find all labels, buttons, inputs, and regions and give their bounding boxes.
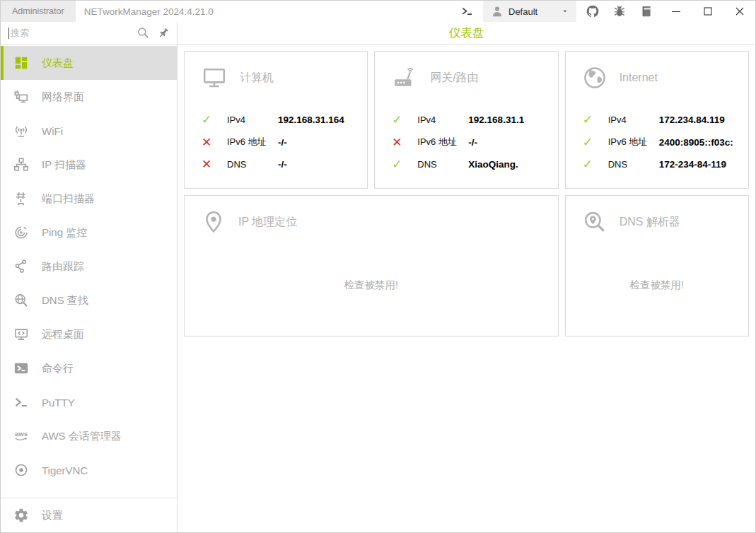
sidebar-item-ping-monitor[interactable]: Ping 监控 bbox=[1, 216, 177, 250]
ip-scanner-icon bbox=[13, 156, 30, 173]
status-row: ✕ DNS -/- bbox=[202, 153, 367, 176]
page-title: 仪表盘 bbox=[178, 22, 755, 45]
row-label: IPv6 地址 bbox=[608, 136, 659, 148]
dashboard-cards: 计算机 ✓ IPv4 192.168.31.164 ✕ IPv6 地址 -/- bbox=[178, 45, 755, 343]
cross-icon: ✕ bbox=[202, 158, 227, 170]
ping-monitor-icon bbox=[13, 224, 30, 241]
administrator-badge: Administrator bbox=[1, 1, 76, 22]
sidebar-item-wifi[interactable]: WiFi bbox=[1, 114, 177, 148]
profile-name: Default bbox=[508, 6, 557, 17]
person-icon bbox=[491, 5, 504, 18]
network-interface-icon bbox=[13, 88, 30, 105]
sidebar-item-label: 端口扫描器 bbox=[42, 192, 95, 206]
aws-icon: aws bbox=[13, 428, 30, 445]
status-row: ✕ IPv6 地址 -/- bbox=[202, 131, 367, 154]
powershell-icon bbox=[13, 360, 30, 377]
pin-icon[interactable] bbox=[157, 27, 170, 40]
status-row: ✓ IPv4 192.168.31.1 bbox=[392, 109, 557, 131]
sidebar-item-label: Ping 监控 bbox=[42, 226, 87, 240]
sidebar-item-label: AWS 会话管理器 bbox=[42, 430, 122, 443]
sidebar-item-label: TigerVNC bbox=[42, 464, 88, 476]
settings-label: 设置 bbox=[42, 509, 63, 522]
card-title: IP 地理定位 bbox=[238, 215, 297, 230]
run-command-button[interactable] bbox=[455, 1, 480, 22]
bug-icon bbox=[612, 4, 627, 18]
check-icon: ✓ bbox=[583, 114, 608, 126]
location-pin-icon bbox=[202, 210, 226, 234]
check-icon: ✓ bbox=[392, 158, 417, 170]
maximize-button[interactable] bbox=[692, 1, 723, 22]
sidebar-item-port-scanner[interactable]: 端口扫描器 bbox=[1, 182, 177, 216]
row-label: IPv4 bbox=[227, 115, 278, 125]
gear-icon bbox=[13, 507, 30, 524]
sidebar-item-label: 命令行 bbox=[42, 362, 74, 375]
putty-icon bbox=[13, 394, 30, 411]
row-label: IPv6 地址 bbox=[227, 136, 278, 148]
sidebar-item-settings[interactable]: 设置 bbox=[1, 498, 177, 532]
cross-icon: ✕ bbox=[202, 136, 227, 148]
window-title: NETworkManager 2024.4.21.0 bbox=[84, 6, 214, 17]
row-value: 192.168.31.164 bbox=[278, 115, 367, 125]
status-row: ✕ IPv6 地址 -/- bbox=[392, 131, 557, 154]
status-row: ✓ DNS XiaoQiang. bbox=[392, 153, 557, 176]
svg-text:aws: aws bbox=[15, 430, 28, 438]
sidebar-nav: 仪表盘 网络界面 WiFi bbox=[1, 45, 177, 498]
globe-icon bbox=[583, 66, 607, 90]
row-value: 192.168.31.1 bbox=[468, 115, 557, 125]
dns-lookup-icon bbox=[13, 292, 30, 309]
sidebar-item-web-console[interactable]: Web 控制台 bbox=[1, 487, 177, 498]
router-icon bbox=[392, 66, 417, 90]
sidebar-item-aws-session-manager[interactable]: aws AWS 会话管理器 bbox=[1, 419, 177, 453]
status-row: ✓ IPv4 192.168.31.164 bbox=[202, 109, 367, 131]
computer-card: 计算机 ✓ IPv4 192.168.31.164 ✕ IPv6 地址 -/- bbox=[184, 51, 368, 189]
sidebar-item-label: DNS 查找 bbox=[42, 294, 88, 308]
close-button[interactable] bbox=[723, 1, 755, 22]
sidebar-item-network-interface[interactable]: 网络界面 bbox=[1, 80, 177, 114]
github-button[interactable] bbox=[579, 1, 606, 22]
search-icon bbox=[136, 26, 150, 40]
profile-selector[interactable]: Default bbox=[483, 1, 576, 22]
dns-resolver-card: DNS 解析器 检查被禁用! bbox=[565, 195, 749, 336]
close-icon bbox=[731, 3, 748, 20]
dns-resolver-icon bbox=[583, 210, 607, 234]
row-label: IPv4 bbox=[417, 115, 468, 125]
remote-desktop-icon bbox=[13, 326, 30, 343]
wifi-icon bbox=[13, 122, 30, 139]
search-input[interactable]: 搜索 bbox=[1, 22, 177, 45]
sidebar: 搜索 仪表盘 网 bbox=[1, 22, 178, 532]
check-icon: ✓ bbox=[583, 158, 608, 170]
check-icon: ✓ bbox=[392, 114, 417, 126]
row-value: -/- bbox=[278, 137, 367, 148]
sidebar-item-powershell[interactable]: 命令行 bbox=[1, 351, 177, 385]
row-label: DNS bbox=[227, 159, 278, 170]
sidebar-item-traceroute[interactable]: 路由跟踪 bbox=[1, 250, 177, 283]
sidebar-item-dashboard[interactable]: 仪表盘 bbox=[1, 46, 177, 80]
sidebar-item-label: 路由跟踪 bbox=[42, 260, 84, 274]
sidebar-item-putty[interactable]: PuTTY bbox=[1, 385, 177, 419]
sidebar-item-dns-lookup[interactable]: DNS 查找 bbox=[1, 283, 177, 317]
row-value: -/- bbox=[278, 159, 367, 170]
row-label: IPv6 地址 bbox=[417, 136, 468, 148]
report-bug-button[interactable] bbox=[606, 1, 633, 22]
sidebar-item-label: 远程桌面 bbox=[42, 328, 84, 341]
sidebar-item-tigervnc[interactable]: TigerVNC bbox=[1, 453, 177, 487]
row-value: XiaoQiang. bbox=[468, 159, 557, 170]
row-value: 172.234.84.119 bbox=[659, 115, 748, 125]
card-title: Internet bbox=[620, 71, 658, 84]
content-area: 仪表盘 计算机 ✓ IPv4 192.168.31.164 bbox=[178, 22, 755, 532]
status-row: ✓ DNS 172-234-84-119 bbox=[583, 153, 748, 176]
card-title: 计算机 bbox=[240, 71, 274, 86]
row-value: -/- bbox=[468, 137, 557, 148]
minimize-icon bbox=[668, 3, 685, 20]
documentation-button[interactable] bbox=[633, 1, 660, 22]
status-row: ✓ IPv6 地址 2400:8905::f03c: bbox=[583, 131, 748, 154]
minimize-button[interactable] bbox=[660, 1, 692, 22]
row-label: DNS bbox=[417, 159, 468, 170]
terminal-prompt-icon bbox=[460, 5, 475, 18]
dashboard-icon bbox=[13, 54, 30, 71]
sidebar-item-ip-scanner[interactable]: IP 扫描器 bbox=[1, 148, 177, 182]
sidebar-item-remote-desktop[interactable]: 远程桌面 bbox=[1, 317, 177, 351]
titlebar: Administrator NETworkManager 2024.4.21.0… bbox=[1, 1, 755, 22]
sidebar-item-label: 仪表盘 bbox=[42, 57, 74, 70]
search-placeholder: 搜索 bbox=[11, 27, 136, 40]
